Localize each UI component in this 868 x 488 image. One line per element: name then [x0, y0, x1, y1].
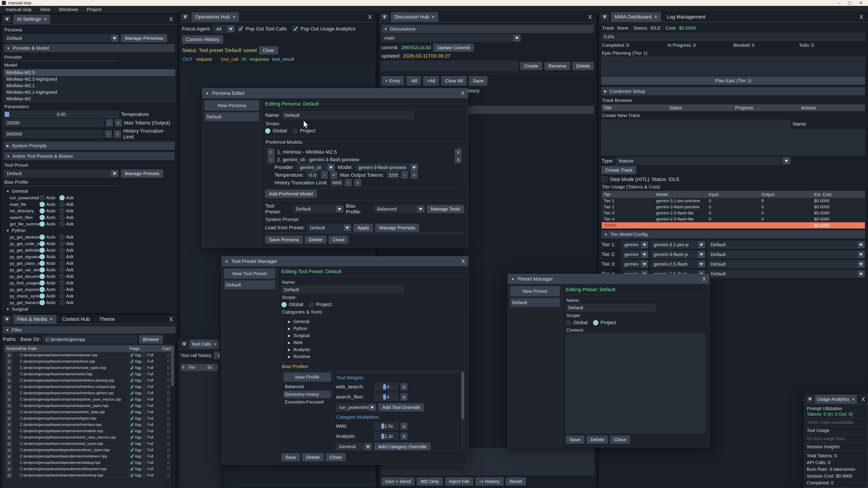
- auto-radio[interactable]: [39, 248, 45, 253]
- entry-action-button[interactable]: Clear All: [441, 76, 467, 86]
- agg-checkbox[interactable]: [129, 385, 134, 389]
- bias-profile-list-item[interactable]: Discovery-Heavy: [283, 391, 331, 398]
- tab-close-icon[interactable]: ×: [852, 397, 855, 402]
- full-checkbox[interactable]: [142, 448, 147, 452]
- composer-action-button[interactable]: Reset: [506, 477, 526, 486]
- bias-profile-list-item[interactable]: Execution-Focused: [283, 398, 331, 406]
- add-category-override-button[interactable]: Add Category Override: [374, 443, 431, 451]
- remove-file-button[interactable]: x: [6, 353, 12, 358]
- entry-action-button[interactable]: -All: [406, 76, 421, 86]
- pe-temp-input[interactable]: -0.0: [307, 171, 318, 179]
- manage-prompts-button[interactable]: Manage Prompts: [375, 224, 419, 232]
- agg-checkbox[interactable]: [129, 454, 134, 459]
- category-row[interactable]: ▶ Surgical: [283, 332, 463, 339]
- agg-checkbox[interactable]: [129, 353, 134, 357]
- panel-close-icon[interactable]: X: [857, 14, 866, 20]
- menu-item[interactable]: Project: [83, 7, 105, 12]
- active-tool-presets-section-header[interactable]: ▼ Active Tool Presets & Biases: [4, 152, 175, 160]
- remove-file-button[interactable]: x: [6, 435, 12, 440]
- preset-manager-titlebar[interactable]: ▼ Preset Manager X: [508, 274, 709, 284]
- scrollbar-thumb[interactable]: [461, 372, 464, 419]
- full-checkbox[interactable]: [142, 467, 147, 471]
- full-checkbox[interactable]: [142, 454, 147, 459]
- ask-radio[interactable]: [59, 287, 65, 292]
- full-checkbox[interactable]: [142, 378, 147, 383]
- tool-category-row[interactable]: ▼ Python: [4, 227, 175, 234]
- bias-profile-list-item[interactable]: Balanced: [283, 383, 331, 391]
- panel-close-icon[interactable]: X: [166, 16, 176, 23]
- epic-planning-input[interactable]: [601, 57, 865, 75]
- track-type-select[interactable]: feature: [616, 157, 790, 165]
- pe-model-select[interactable]: gemini-3-flash-preview: [355, 164, 418, 171]
- agg-checkbox[interactable]: [129, 442, 134, 446]
- remove-file-button[interactable]: x: [6, 416, 12, 421]
- auto-radio[interactable]: [39, 287, 45, 292]
- minimize-button[interactable]: –: [838, 0, 840, 5]
- delete-discussion-button[interactable]: Delete: [572, 62, 594, 70]
- remove-file-button[interactable]: x: [6, 378, 12, 383]
- full-checkbox[interactable]: [142, 365, 147, 370]
- full-checkbox[interactable]: [142, 359, 147, 364]
- auto-radio[interactable]: [39, 241, 45, 246]
- auto-radio[interactable]: [39, 254, 45, 259]
- full-checkbox[interactable]: [142, 397, 147, 402]
- ask-radio[interactable]: [59, 221, 65, 227]
- clear-status-button[interactable]: Clear: [259, 46, 278, 55]
- temp-decrement[interactable]: -: [321, 171, 328, 179]
- delete-persona-button[interactable]: Delete: [305, 236, 327, 244]
- discussion-select[interactable]: main: [381, 34, 521, 42]
- composer-action-button[interactable]: Gen + Send: [381, 477, 414, 486]
- tool-preset-select[interactable]: Default: [4, 170, 119, 177]
- add-preferred-model-button[interactable]: Add Preferred Model: [265, 190, 317, 198]
- add-tool-override-button[interactable]: Add Tool Override: [378, 403, 424, 412]
- model-option[interactable]: MiniMax-M2: [4, 96, 175, 102]
- remove-file-button[interactable]: x: [6, 448, 12, 453]
- system-prompts-section-header[interactable]: ▶ System Prompts: [4, 142, 175, 150]
- category-row[interactable]: ▶ Runtime: [283, 353, 463, 360]
- delete-preset-button[interactable]: Delete: [587, 435, 608, 444]
- auto-radio[interactable]: [39, 202, 45, 207]
- pe-max-out-input[interactable]: 32000: [387, 171, 399, 179]
- agg-checkbox[interactable]: [129, 448, 134, 452]
- multiplier-slider[interactable]: 1.3x: [374, 432, 398, 440]
- discussions-section-header[interactable]: ▼ Discussions: [381, 25, 594, 33]
- focus-agent-select[interactable]: All: [213, 25, 235, 33]
- remove-file-button[interactable]: x: [6, 460, 12, 465]
- menu-item[interactable]: Windows: [55, 7, 82, 12]
- tab-close-icon[interactable]: ×: [43, 16, 46, 22]
- agg-checkbox[interactable]: [129, 429, 134, 433]
- tab-close-icon[interactable]: ×: [432, 14, 435, 20]
- tab-files-media[interactable]: Files & Media ×: [13, 315, 56, 324]
- panel-menu-icon[interactable]: [3, 15, 11, 23]
- history-increment[interactable]: +: [114, 130, 121, 138]
- ask-radio[interactable]: [59, 241, 65, 246]
- pop-out-usage-analytics-checkbox[interactable]: [292, 26, 298, 32]
- pm-name-input[interactable]: Default: [566, 304, 656, 312]
- tool-preset-manager-titlebar[interactable]: ▼ Tool Preset Manager X: [222, 256, 468, 266]
- persona-name-input[interactable]: Default: [282, 111, 414, 119]
- composer-action-button[interactable]: Inject File: [445, 477, 473, 486]
- clear-tool-calls-button[interactable]: Clear: [214, 352, 220, 359]
- tool-category-row[interactable]: ▼ General: [4, 188, 175, 195]
- remove-file-button[interactable]: x: [6, 384, 12, 389]
- remove-model-button[interactable]: x: [455, 156, 462, 163]
- hist-increment[interactable]: +: [354, 179, 361, 186]
- tab-ai-settings[interactable]: AI Settings ×: [13, 14, 50, 24]
- save-tool-preset-button[interactable]: Save: [281, 453, 300, 461]
- auto-radio[interactable]: [39, 208, 45, 214]
- persona-list-item[interactable]: Default: [205, 112, 259, 121]
- remove-model-button[interactable]: x: [455, 149, 462, 156]
- weight-slider[interactable]: 4: [374, 383, 398, 391]
- scrollbar-thumb[interactable]: [171, 346, 174, 387]
- tier-provider-select[interactable]: gemini: [621, 260, 649, 268]
- tier-model-select[interactable]: gemini-3.1-pro-p: [651, 241, 706, 249]
- tier-provider-select[interactable]: gemini: [621, 251, 649, 258]
- ask-radio[interactable]: [59, 300, 65, 305]
- weight-slider[interactable]: 4: [374, 393, 398, 401]
- apply-button[interactable]: Apply: [353, 224, 373, 232]
- remove-file-button[interactable]: x: [6, 441, 12, 446]
- tool-override-select[interactable]: run_powershell: [336, 403, 376, 411]
- close-persona-editor-button[interactable]: Close: [329, 236, 348, 244]
- panel-close-icon[interactable]: X: [365, 14, 375, 20]
- ask-radio[interactable]: [59, 215, 65, 220]
